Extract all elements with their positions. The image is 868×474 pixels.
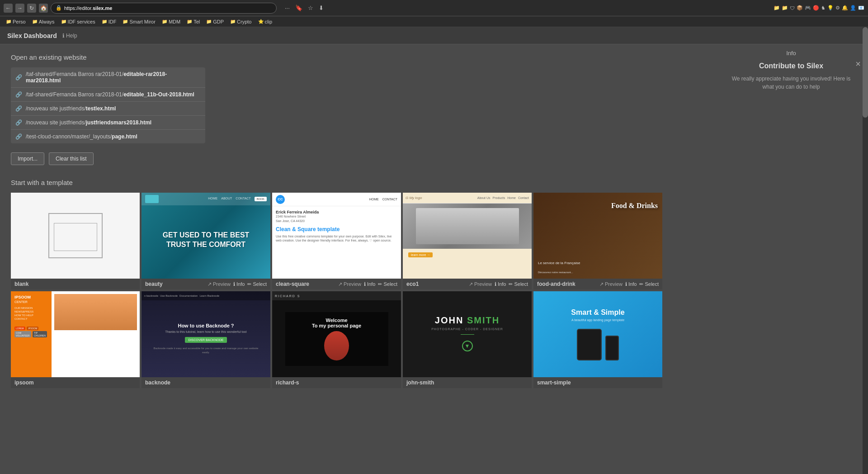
star-icon[interactable]: ☆ [306,4,315,12]
home-button[interactable]: 🏠 [39,4,48,13]
template-card-ipsoom[interactable]: IPSOOMCENTER OUR MISSION NEWS&PRESS HOW … [11,291,140,388]
select-beauty-button[interactable]: ✏ Select [247,281,267,287]
dashboard: Silex Dashboard ℹ Help × Info Contribute… [0,27,868,474]
bookmark-crypto[interactable]: 📁 Crypto [228,19,254,25]
folder-icon: 📁 [32,19,38,24]
clean-template-title: Clean & Square template [276,226,397,232]
template-name-ipsoom: ipsoom [14,379,34,386]
bookmark-icon[interactable]: 🔖 [293,4,304,12]
template-card-blank[interactable]: blank [11,193,140,289]
preview-beauty-button[interactable]: ↗ Preview [208,281,231,287]
existing-section-title: Open an existing website [11,53,645,61]
info-title: Contribute to Silex [728,62,854,70]
bookmark-always[interactable]: 📁 Always [30,19,57,25]
richard-avatar [324,331,349,360]
info-eco1-button[interactable]: ℹ Info [495,281,506,287]
bookmark-label: Always [39,19,55,24]
download-icon[interactable]: ⬇ [317,4,326,12]
template-card-richard[interactable]: RICHARD S WelcomeTo my personal page [272,291,401,388]
template-thumb-richard: RICHARD S WelcomeTo my personal page [272,291,401,377]
preview-food-button[interactable]: ↗ Preview [599,281,623,287]
scroll-thumb[interactable] [863,27,868,118]
template-card-clean-square[interactable]: CC HOME CONTACT Erick Ferreira Almeida 2… [272,193,401,289]
addon-icon-7: ♞ [821,5,826,11]
file-path: /test-cloud-cannon/master/_layouts/page.… [26,133,137,140]
template-card-smart[interactable]: Smart & Simple A beautiful app landing p… [533,291,662,388]
address-bar[interactable]: 🔒 https://editor.silex.me [51,3,277,14]
preview-clean-button[interactable]: ↗ Preview [338,281,361,287]
bookmark-smart-miror[interactable]: 📁 Smart Miror [120,19,157,25]
preview-eco1-button[interactable]: ↗ Preview [469,281,492,287]
close-button[interactable]: × [855,59,861,69]
select-clean-button[interactable]: ✏ Select [378,281,397,287]
nav-item: Use Backnode [160,294,178,297]
john-arrow-btn[interactable]: ▼ [462,341,473,351]
bookmark-perso[interactable]: 📁 Perso [4,19,28,25]
template-card-food[interactable]: Food & Drinks Le service de la Française… [533,193,662,289]
scroll-track[interactable] [863,27,868,474]
file-item-5[interactable]: 🔗 /test-cloud-cannon/master/_layouts/pag… [11,130,205,143]
template-card-eco1[interactable]: G My logo About Us Products Home Contact [403,193,532,289]
more-icon[interactable]: ··· [283,4,292,12]
ipsoom-labels: LOREM IPSOOM COWVOLUNTEER TIPCHILDREN [14,324,48,338]
file-path: /nouveau site justfriends/testlex.html [26,105,116,112]
nav-item: NEWS&PRESS [14,310,48,313]
template-card-beauty[interactable]: HOME ABOUT CONTACT BOOK GET USED TO THE … [142,193,270,289]
food-subtitle: Le service de la Française [538,261,580,265]
file-icon: 🔗 [15,133,22,140]
eco1-header: G My logo About Us Products Home Contact [403,193,532,204]
template-footer-richard: richard-s [272,377,401,388]
label-item: LOREM [14,327,25,330]
file-icon: 🔗 [15,105,22,112]
template-row-1: blank HOME ABOUT CONTACT BOOK [11,193,645,290]
info-label: Info [728,50,854,57]
ipsoom-content [52,291,140,377]
info-clean-button[interactable]: ℹ Info [364,281,375,287]
label-item: COWVOLUNTEER [14,331,31,337]
reload-button[interactable]: ↻ [27,4,36,13]
file-icon: 🔗 [15,119,22,126]
addon-icon-12: 📧 [858,5,864,11]
file-item-3[interactable]: 🔗 /nouveau site justfriends/testlex.html [11,102,205,116]
help-button[interactable]: ℹ Help [62,33,77,39]
bookmark-label: MDM [169,19,180,24]
import-button[interactable]: Import... [11,152,44,165]
info-beauty-button[interactable]: ℹ Info [233,281,245,287]
food-title: Food & Drinks [611,202,658,210]
eco1-cta: learn more → [408,252,433,257]
bookmark-clip[interactable]: ⭐ clip [256,19,275,25]
template-card-backnode[interactable]: n backnode Use Backnode Documentation Le… [142,291,270,388]
file-item-1[interactable]: 🔗 /taf-shared/Fernanda Barros rar2018-01… [11,67,205,88]
info-icon: ℹ [625,281,627,287]
template-card-john[interactable]: JOHN SMITH PHOTOGRAPHE - CODER - DESIGNE… [403,291,532,388]
file-item-4[interactable]: 🔗 /nouveau site justfriends/justfriendsm… [11,116,205,130]
select-food-button[interactable]: ✏ Select [639,281,659,287]
richard-welcome-box: WelcomeTo my personal page [285,312,388,366]
main-content: Info Contribute to Silex We really appre… [0,44,656,399]
addon-icon-4: 📦 [797,5,803,11]
file-icon: 🔗 [15,91,22,98]
select-eco1-button[interactable]: ✏ Select [509,281,528,287]
forward-button[interactable]: → [15,4,24,13]
info-food-button[interactable]: ℹ Info [625,281,637,287]
pencil-icon: ✏ [378,281,382,287]
file-list: 🔗 /taf-shared/Fernanda Barros rar2018-01… [11,67,205,143]
template-footer-john: john-smith [403,377,532,388]
bookmark-label: Crypto [237,19,251,24]
bookmark-gdp[interactable]: 📁 GDP [204,19,226,25]
bookmark-idf[interactable]: 📁 IDF [99,19,119,25]
external-link-icon: ↗ [338,281,342,287]
info-icon: ℹ [495,281,496,287]
folder-icon: 📁 [162,19,167,24]
clear-list-button[interactable]: Clear this list [49,152,94,165]
bookmark-tel[interactable]: 📁 Tel [184,19,202,25]
nav-item: About Us [477,196,491,199]
bookmark-idf-services[interactable]: 📁 IDF services [59,19,98,25]
template-footer-food: food-and-drink ↗ Preview ℹ Info ✏ Select [533,279,662,289]
richard-header: RICHARD S [272,291,401,300]
avatar-image [324,331,349,360]
file-item-2[interactable]: 🔗 /taf-shared/Fernanda Barros rar2018-01… [11,88,205,102]
back-button[interactable]: ← [4,4,13,13]
bookmark-mdm[interactable]: 📁 MDM [160,19,183,25]
external-link-icon: ↗ [208,281,212,287]
